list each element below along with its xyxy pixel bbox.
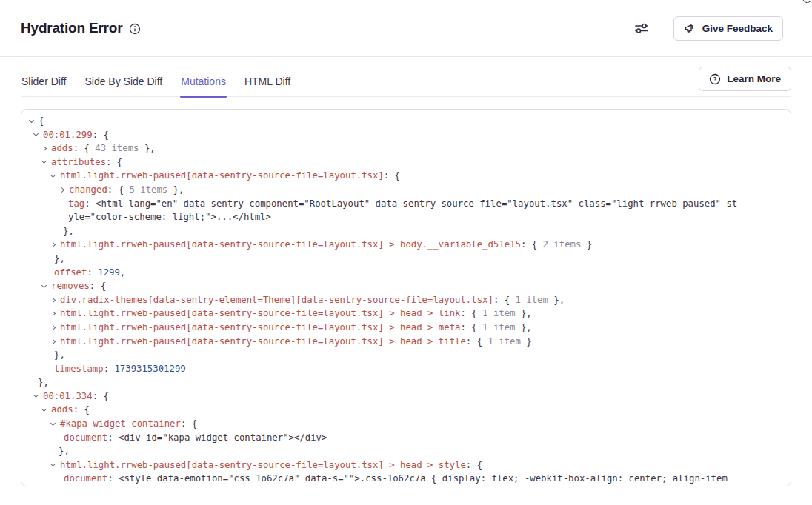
tree-value: 1739315301299: [114, 364, 185, 374]
tree-row: html.light.rrweb-paused[data-sentry-sour…: [21, 238, 791, 252]
tree-value: :: [107, 432, 119, 443]
chevron-right-icon[interactable]: [51, 307, 60, 321]
tree-row: 00:01.334: {: [21, 389, 791, 404]
tree-row: offset: 1299,: [21, 266, 791, 280]
tree-value: : {: [73, 143, 96, 153]
tree-key: #kapa-widget-container: [60, 418, 181, 429]
tree-value: : {: [90, 281, 106, 291]
tree-key: adds: [51, 404, 73, 415]
page-title: Hydration Error: [21, 20, 141, 36]
tree-row: document: <div id="kapa-widget-container…: [21, 431, 791, 445]
chevron-right-icon[interactable]: [51, 293, 60, 307]
tree-value: :: [84, 198, 96, 209]
tree-key: 00:01.334: [43, 391, 93, 401]
tree-value: : {: [466, 336, 488, 347]
tree-value: },: [516, 322, 532, 332]
tree-row: html.light.rrweb-paused[data-sentry-sour…: [21, 307, 791, 321]
tree-key: document: [64, 432, 107, 443]
megaphone-icon: [684, 22, 696, 35]
tab-side-by-side-diff[interactable]: Side By Side Diff: [84, 71, 163, 97]
chevron-down-icon[interactable]: [42, 403, 51, 417]
header-actions: Give Feedback: [633, 16, 783, 41]
tree-row: removes: {: [21, 279, 791, 293]
page-header: Hydration Error: [0, 0, 812, 57]
tab-label: Slider Diff: [21, 76, 66, 87]
tree-row: },: [21, 348, 791, 362]
chevron-down-icon[interactable]: [34, 128, 43, 142]
chevron-right-icon[interactable]: [60, 183, 69, 197]
tree-value: : {: [93, 391, 109, 401]
question-circle-icon: ?: [709, 73, 721, 85]
chevron-down-icon[interactable]: [30, 114, 39, 128]
tab-html-diff[interactable]: HTML Diff: [244, 71, 291, 97]
tree-key: timestamp: [54, 364, 104, 374]
tree-row: html.light.rrweb-paused[data-sentry-sour…: [21, 321, 791, 335]
tree-value: :: [87, 267, 98, 278]
tree-key: html.light.rrweb-paused[data-sentry-sour…: [60, 460, 466, 470]
tree-row: html.light.rrweb-paused[data-sentry-sour…: [21, 335, 791, 349]
chevron-down-icon[interactable]: [51, 458, 60, 472]
tree-value: : {: [460, 322, 482, 332]
tabs-bar: Slider Diff Side By Side Diff Mutations …: [21, 57, 791, 97]
tree-value: },: [38, 377, 49, 387]
tree-value: 2 items: [543, 239, 582, 250]
tree-value: 1 item: [482, 308, 515, 318]
tree-key: div.radix-themes[data-sentry-element=The…: [60, 295, 493, 305]
tree-value: },: [167, 184, 184, 195]
tree-value: 1 item: [487, 336, 520, 347]
tree-value: },: [63, 226, 74, 236]
chevron-down-icon[interactable]: [51, 417, 60, 431]
tree-key: removes: [51, 281, 90, 291]
tree-row: tag: <html lang="en" data-sentry-compone…: [21, 197, 791, 211]
tree-row: attributes: {: [21, 155, 791, 170]
tree-value: : {: [493, 295, 516, 305]
give-feedback-button[interactable]: Give Feedback: [673, 16, 783, 41]
tree-value: 1 item: [516, 295, 548, 305]
tab-mutations[interactable]: Mutations: [180, 71, 227, 97]
chevron-right-icon[interactable]: [42, 141, 51, 155]
tree-value: <html lang="en" data-sentry-component="R…: [96, 198, 737, 209]
mutations-panel[interactable]: {00:01.299: {adds: { 43 items },attribut…: [21, 109, 791, 486]
tree-key: adds: [51, 143, 73, 153]
tree-row: #kapa-widget-container: {: [21, 417, 791, 431]
tree-key: 00:01.299: [43, 130, 93, 140]
tree-value: }: [521, 336, 532, 347]
tree-value: },: [54, 350, 65, 360]
tree-key: html.light.rrweb-paused[data-sentry-sour…: [60, 170, 384, 181]
tree-row: html.light.rrweb-paused[data-sentry-sour…: [21, 169, 791, 183]
tree-value: 1 item: [482, 322, 515, 332]
tree-row: adds: {: [21, 403, 791, 417]
tree-key: html.light.rrweb-paused[data-sentry-sour…: [60, 322, 460, 332]
tree-value: 5 items: [129, 184, 167, 195]
tree-value: <div id="kapa-widget-container"></div>: [119, 432, 327, 443]
tree-value: 43 items: [95, 143, 139, 153]
tab-slider-diff[interactable]: Slider Diff: [21, 71, 67, 97]
tree-value: },: [54, 253, 65, 264]
chevron-right-icon[interactable]: [51, 335, 60, 349]
tree-key: document: [64, 473, 107, 484]
tree-value: : {: [93, 130, 109, 140]
chevron-right-icon[interactable]: [51, 321, 60, 335]
chevron-right-icon[interactable]: [51, 238, 60, 252]
chevron-down-icon[interactable]: [42, 155, 51, 170]
chevron-down-icon[interactable]: [34, 389, 43, 404]
tree-row: },: [21, 224, 791, 238]
tree-value: : {: [521, 239, 543, 250]
tree-value: : {: [107, 184, 130, 195]
tree-row: },: [21, 444, 791, 458]
mutations-tree: {00:01.299: {adds: { 43 items },attribut…: [21, 114, 791, 486]
tree-value: },: [548, 295, 565, 305]
learn-more-button[interactable]: ? Learn More: [699, 67, 791, 91]
tab-label: Side By Side Diff: [84, 76, 162, 87]
chevron-down-icon[interactable]: [51, 169, 60, 183]
tree-value: },: [139, 143, 155, 153]
info-icon[interactable]: [129, 23, 141, 35]
tree-value: : {: [106, 157, 122, 167]
tree-row: document: <style data-emotion="css 1o62c…: [21, 472, 791, 486]
chevron-down-icon[interactable]: [42, 279, 51, 293]
tree-value: : {: [73, 404, 90, 415]
replay-settings-icon[interactable]: [633, 20, 650, 36]
tree-row: changed: { 5 items },: [21, 183, 791, 197]
tree-value: : {: [384, 170, 400, 181]
tree-value: }: [581, 239, 592, 250]
